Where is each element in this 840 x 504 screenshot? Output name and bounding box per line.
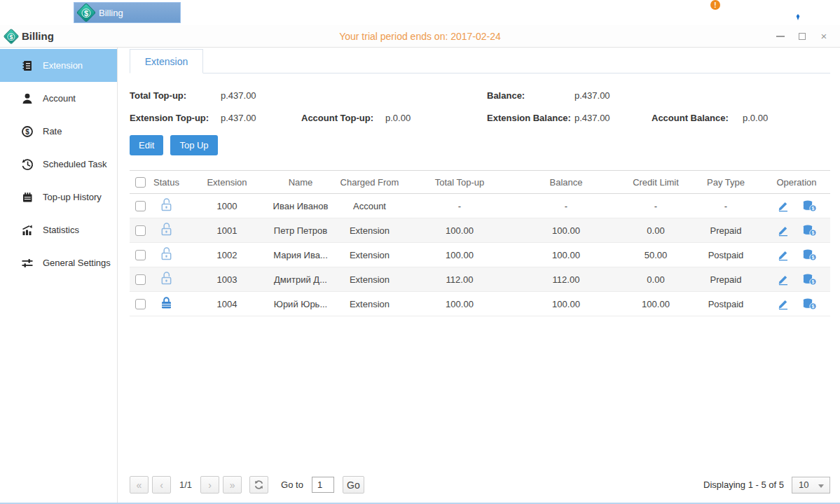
minimize-button[interactable] — [776, 31, 785, 41]
taskbar-tab-billing[interactable]: $ Billing — [74, 2, 181, 23]
cell-credit-limit: 0.00 — [623, 218, 689, 243]
clock-history-icon — [21, 158, 34, 171]
cell-charged-from: Extension — [329, 243, 410, 267]
edit-icon[interactable] — [777, 224, 790, 237]
row-checkbox[interactable] — [135, 299, 146, 309]
svg-text:$: $ — [811, 230, 814, 236]
cell-credit-limit: - — [623, 194, 689, 218]
main-content: Extension Total Top-up: p.437.00 Balance… — [118, 48, 840, 503]
topup-icon[interactable]: $ — [802, 224, 817, 237]
billing-diamond-icon: $ — [76, 3, 96, 22]
table-row: 1003 Дмитрий Д... Extension 112.00 112.0… — [130, 267, 830, 292]
cell-charged-from: Extension — [329, 267, 410, 292]
table-row: 1004 Юрий Юрь... Extension 100.00 100.00… — [130, 292, 830, 316]
row-checkbox[interactable] — [135, 225, 146, 236]
column-header-charged-from: Charged From — [329, 171, 410, 194]
chevron-down-icon — [818, 484, 824, 488]
cell-extension: 1001 — [182, 218, 272, 243]
sidebar-item-extension[interactable]: Extension — [0, 49, 117, 82]
lock-open-icon — [160, 271, 173, 286]
cell-charged-from: Extension — [329, 218, 410, 243]
cell-name: Иван Иванов — [272, 194, 329, 218]
cell-balance: - — [509, 194, 623, 218]
edit-icon[interactable] — [777, 200, 790, 212]
cell-credit-limit: 100.00 — [623, 292, 689, 316]
summary-value: p.0.00 — [743, 113, 830, 123]
cell-total-topup: 100.00 — [410, 292, 509, 316]
first-page-button[interactable]: « — [130, 476, 149, 493]
cell-charged-from: Account — [329, 194, 410, 218]
table-row: 1000 Иван Иванов Account - - - - — [130, 194, 830, 218]
goto-page-input[interactable] — [312, 477, 334, 493]
cell-extension: 1004 — [182, 292, 272, 316]
row-checkbox[interactable] — [135, 201, 146, 211]
prev-page-button[interactable]: ‹ — [152, 476, 171, 493]
last-page-button[interactable]: » — [223, 476, 242, 493]
cell-pay-type: - — [689, 194, 763, 218]
topbar: $ Billing ! — [0, 0, 840, 25]
tab-extension[interactable]: Extension — [130, 49, 203, 74]
svg-text:$: $ — [811, 279, 814, 285]
sidebar-item-general-settings[interactable]: General Settings — [0, 246, 117, 279]
topbar-actions: ! — [696, 4, 808, 22]
table-row: 1001 Петр Петров Extension 100.00 100.00… — [130, 218, 830, 243]
person-icon — [21, 92, 34, 105]
topup-icon[interactable]: $ — [802, 298, 817, 310]
topup-icon[interactable]: $ — [802, 200, 817, 212]
displaying-text: Displaying 1 - 5 of 5 — [703, 479, 784, 490]
summary-value: p.437.00 — [221, 90, 301, 101]
sidebar-item-label: Account — [43, 93, 76, 104]
go-button[interactable]: Go — [343, 476, 364, 493]
dollar-circle-icon: $ — [21, 125, 34, 138]
column-header-pay-type: Pay Type — [689, 171, 763, 194]
topup-icon[interactable]: $ — [802, 273, 817, 286]
summary-value: p.437.00 — [574, 113, 652, 123]
row-checkbox[interactable] — [135, 250, 146, 260]
column-header-total-topup: Total Top-up — [410, 171, 509, 194]
edit-icon[interactable] — [777, 298, 790, 310]
summary-label: Balance: — [487, 90, 574, 101]
close-button[interactable]: × — [819, 31, 829, 41]
select-all-checkbox[interactable] — [135, 177, 146, 188]
sidebar-item-label: Scheduled Task — [43, 159, 107, 169]
notebook-icon — [21, 191, 34, 204]
user-account-icon[interactable] — [788, 4, 808, 22]
sidebar-item-label: Rate — [43, 126, 62, 136]
page-size-select[interactable]: 10 — [792, 477, 830, 493]
edit-icon[interactable] — [777, 273, 790, 286]
sidebar-item-label: Extension — [43, 60, 83, 71]
sidebar-item-statistics[interactable]: Statistics — [0, 214, 117, 246]
topup-button[interactable]: Top Up — [170, 135, 217, 155]
cell-extension: 1003 — [182, 267, 272, 292]
cell-balance: 100.00 — [509, 218, 623, 243]
sidebar-item-rate[interactable]: $ Rate — [0, 115, 117, 148]
row-checkbox[interactable] — [135, 274, 146, 285]
edit-icon[interactable] — [777, 248, 790, 261]
topup-icon[interactable]: $ — [802, 248, 817, 261]
table-row: 1002 Мария Ива... Extension 100.00 100.0… — [130, 243, 830, 267]
app-launcher-icon[interactable] — [25, 3, 45, 23]
cell-balance: 112.00 — [509, 267, 623, 292]
sidebar-item-topup-history[interactable]: Top-up History — [0, 181, 117, 214]
next-page-button[interactable]: › — [200, 476, 219, 493]
statistics-chart-icon[interactable] — [741, 4, 763, 21]
svg-text:$: $ — [811, 304, 814, 309]
maximize-button[interactable] — [797, 31, 807, 41]
lock-open-icon — [160, 197, 173, 212]
sliders-icon — [21, 257, 34, 270]
sidebar-item-scheduled-task[interactable]: Scheduled Task — [0, 148, 117, 181]
summary-label: Extension Balance: — [487, 113, 574, 123]
summary-value: p.437.00 — [574, 90, 652, 101]
edit-button[interactable]: Edit — [130, 135, 163, 155]
messages-icon[interactable]: ! — [696, 4, 715, 21]
refresh-icon — [254, 479, 264, 490]
window-controls: × — [776, 31, 829, 41]
billing-diamond-icon: $ — [4, 28, 20, 44]
sidebar-item-account[interactable]: Account — [0, 82, 117, 115]
tab-strip: Extension — [130, 49, 830, 74]
refresh-button[interactable] — [249, 476, 268, 493]
svg-text:$: $ — [811, 206, 814, 211]
cell-name: Дмитрий Д... — [272, 267, 329, 292]
lock-open-icon — [160, 222, 173, 237]
summary-label: Account Balance: — [652, 113, 743, 123]
